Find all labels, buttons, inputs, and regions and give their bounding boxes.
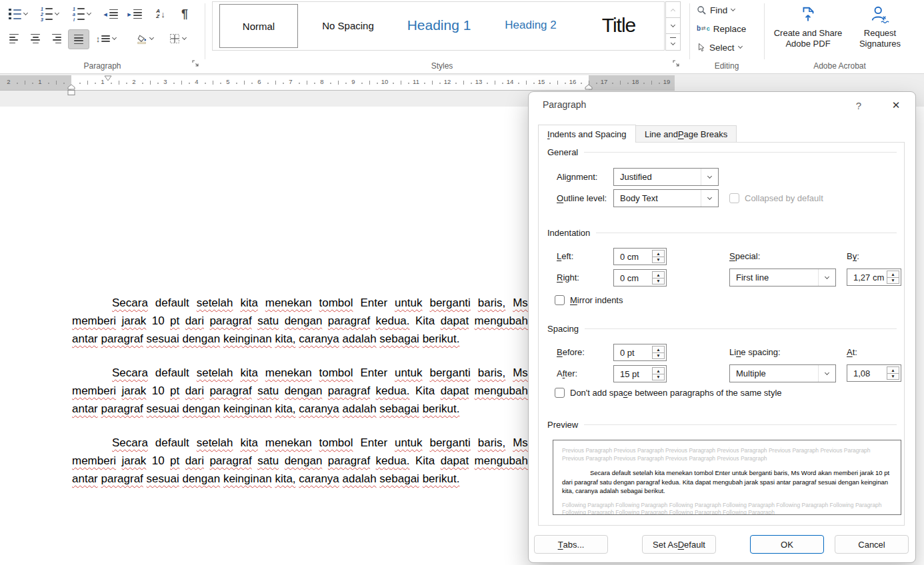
word: untuk bbox=[395, 364, 423, 382]
paragraph-dialog-launcher[interactable] bbox=[191, 58, 199, 70]
word: pt bbox=[170, 452, 179, 470]
tab-line-and-page-breaks[interactable]: Line and Page Breaks bbox=[635, 125, 737, 143]
text-line: antar paragraf sesuai dengan keinginan k… bbox=[72, 330, 528, 348]
replace-button[interactable]: b⇄c Replace bbox=[697, 21, 746, 37]
right-indent-marker[interactable] bbox=[585, 84, 593, 90]
ruler-tick bbox=[557, 81, 558, 85]
spinner-up-icon: ▲ bbox=[653, 346, 664, 353]
first-line-indent-marker[interactable] bbox=[104, 75, 112, 81]
ruler-strip[interactable]: 2112345678910111213141516171819 bbox=[0, 75, 675, 91]
decrease-indent-icon: ◂ bbox=[103, 11, 107, 18]
spinner-buttons[interactable]: ▲▼ bbox=[652, 367, 665, 380]
ruler-tick bbox=[612, 83, 613, 84]
spinner-buttons[interactable]: ▲▼ bbox=[652, 346, 665, 359]
outline-level-dropdown[interactable]: Body Text bbox=[613, 189, 719, 207]
align-center-button[interactable] bbox=[25, 29, 45, 48]
chevron-down-icon bbox=[112, 36, 117, 41]
request-signatures-button[interactable]: Request Signatures bbox=[849, 1, 911, 59]
ruler-number: 8 bbox=[320, 78, 323, 85]
select-button[interactable]: Select bbox=[697, 39, 743, 55]
ruler-tick bbox=[314, 83, 315, 84]
ok-button[interactable]: OK bbox=[750, 535, 824, 554]
style-card-heading2[interactable]: Heading 2 bbox=[487, 4, 574, 47]
ruler-number: 7 bbox=[289, 78, 292, 85]
style-card-title[interactable]: Title bbox=[578, 4, 659, 47]
find-button[interactable]: Find bbox=[697, 2, 736, 18]
collapsed-by-default-checkbox bbox=[729, 193, 739, 203]
mirror-indents-checkbox[interactable] bbox=[555, 295, 565, 305]
request-signatures-icon bbox=[870, 4, 890, 25]
justify-button[interactable] bbox=[68, 29, 89, 49]
alignment-dropdown[interactable]: Justified bbox=[613, 168, 719, 186]
set-as-default-button[interactable]: Set As Default bbox=[642, 535, 716, 554]
spacing-after-spinner[interactable]: 15 pt ▲▼ bbox=[613, 365, 667, 382]
style-card-heading1[interactable]: Heading 1 bbox=[394, 4, 484, 47]
close-button[interactable]: ✕ bbox=[887, 97, 905, 114]
dont-add-space-checkbox[interactable] bbox=[555, 388, 565, 398]
word: tombol bbox=[319, 294, 353, 312]
tabs-button[interactable]: Tabs... bbox=[534, 535, 608, 554]
borders-button[interactable] bbox=[163, 29, 193, 48]
outline-level-label: Outline level: bbox=[557, 193, 607, 203]
text-line: SecaradefaultsetelahkitamenekantombolEnt… bbox=[72, 434, 528, 452]
help-button[interactable]: ? bbox=[851, 98, 866, 113]
decrease-indent-button[interactable]: ◂ bbox=[100, 5, 121, 23]
ruler-tick bbox=[369, 81, 370, 85]
increase-indent-button[interactable]: ▸ bbox=[124, 5, 145, 23]
style-card-normal[interactable]: Normal bbox=[219, 4, 298, 48]
spinner-buttons[interactable]: ▲▼ bbox=[652, 271, 665, 284]
spinner-buttons[interactable]: ▲▼ bbox=[887, 366, 899, 380]
style-card-no-spacing[interactable]: No Spacing bbox=[305, 4, 391, 47]
shading-button[interactable] bbox=[131, 29, 160, 48]
ribbon-group-editing: Find b⇄c Replace Select Editing bbox=[690, 0, 763, 73]
word: untuk bbox=[395, 294, 423, 312]
by-spinner[interactable]: 1,27 cm ▲▼ bbox=[847, 269, 901, 286]
spinner-down-icon: ▼ bbox=[887, 374, 899, 380]
at-value: 1,08 bbox=[853, 368, 870, 378]
chevron-down-icon bbox=[23, 11, 29, 17]
word: default bbox=[155, 364, 189, 382]
spacing-before-spinner[interactable]: 0 pt ▲▼ bbox=[613, 344, 667, 361]
word: caranya bbox=[299, 402, 339, 415]
line-spacing-button[interactable]: ↕ bbox=[92, 29, 121, 48]
spinner-buttons[interactable]: ▲▼ bbox=[887, 271, 899, 284]
styles-dialog-launcher[interactable] bbox=[672, 58, 680, 70]
bullet-list-button[interactable] bbox=[4, 5, 33, 23]
align-left-button[interactable] bbox=[4, 29, 24, 48]
ruler-tick bbox=[267, 83, 269, 84]
line-spacing-dropdown[interactable]: Multiple bbox=[729, 364, 836, 382]
dialog-title: Paragraph bbox=[543, 99, 586, 110]
ribbon-group-styles: Normal No Spacing Heading 1 Heading 2 Ti… bbox=[205, 0, 688, 73]
styles-more-button[interactable] bbox=[665, 33, 681, 51]
indent-left-spinner[interactable]: 0 cm ▲▼ bbox=[613, 248, 667, 265]
word: mengubah bbox=[475, 382, 528, 400]
show-paragraph-marks-button[interactable]: ¶ bbox=[175, 5, 195, 23]
tab-indents-and-spacing[interactable]: Indents and Spacing bbox=[538, 125, 636, 143]
word: adalah bbox=[343, 332, 377, 345]
find-label: Find bbox=[710, 5, 727, 15]
at-spinner[interactable]: 1,08 ▲▼ bbox=[847, 364, 901, 382]
preview-section-header: Preview bbox=[547, 420, 897, 430]
word: setelah bbox=[197, 434, 233, 452]
chevron-down-icon bbox=[671, 23, 676, 29]
align-left-icon bbox=[9, 34, 19, 44]
sort-button[interactable]: AZ↓ bbox=[149, 5, 172, 23]
word: dapat bbox=[441, 382, 469, 400]
multilevel-list-button[interactable]: 1ai bbox=[67, 5, 97, 23]
styles-scroll-up-button[interactable] bbox=[665, 1, 681, 18]
multilevel-list-icon: 1ai bbox=[72, 7, 85, 22]
spinner-buttons[interactable]: ▲▼ bbox=[652, 250, 665, 263]
numbered-list-button[interactable]: 123 bbox=[35, 5, 65, 23]
styles-scroll-down-button[interactable] bbox=[665, 17, 681, 34]
left-indent-marker[interactable] bbox=[67, 84, 75, 96]
word: paragraf bbox=[101, 332, 143, 345]
styles-group-label: Styles bbox=[205, 61, 679, 71]
align-right-button[interactable] bbox=[47, 29, 67, 48]
spinner-down-icon: ▼ bbox=[887, 278, 899, 284]
create-share-pdf-button[interactable]: Create and Share Adobe PDF bbox=[771, 1, 845, 59]
cancel-button[interactable]: Cancel bbox=[835, 535, 909, 554]
chevron-down-icon bbox=[55, 11, 60, 17]
document-text[interactable]: SecaradefaultsetelahkitamenekantombolEnt… bbox=[72, 294, 528, 504]
special-dropdown[interactable]: First line bbox=[729, 269, 836, 286]
indent-right-spinner[interactable]: 0 cm ▲▼ bbox=[613, 269, 667, 286]
